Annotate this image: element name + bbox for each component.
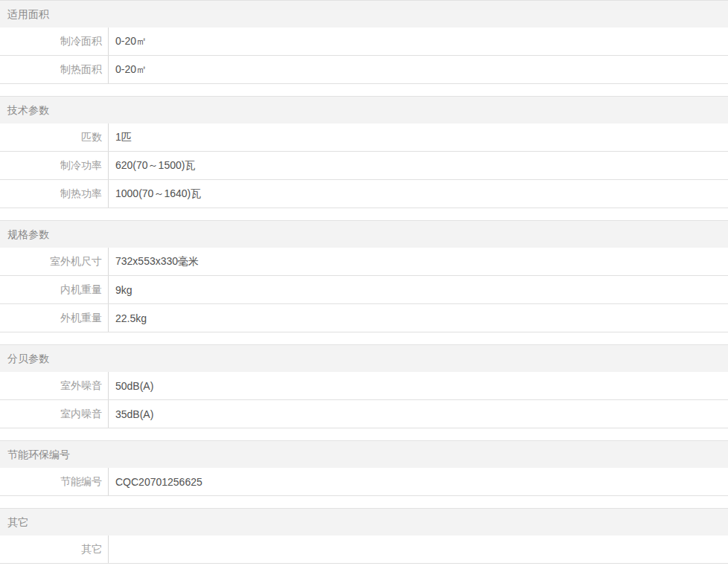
spec-row: 室内噪音 35dB(A) bbox=[0, 400, 728, 428]
spec-label: 匹数 bbox=[0, 123, 109, 151]
section-title: 适用面积 bbox=[7, 8, 49, 20]
section-title: 其它 bbox=[7, 516, 28, 528]
spec-value: 1匹 bbox=[109, 123, 132, 151]
section-header: 技术参数 bbox=[0, 96, 728, 123]
section-header: 其它 bbox=[0, 508, 728, 536]
section-decibel-params: 分贝参数 室外噪音 50dB(A) 室内噪音 35dB(A) bbox=[0, 344, 728, 428]
spec-label: 外机重量 bbox=[0, 304, 109, 332]
spec-value: 22.5kg bbox=[109, 304, 147, 332]
section-header: 适用面积 bbox=[0, 0, 728, 28]
spec-value: 35dB(A) bbox=[109, 400, 153, 428]
spec-label: 其它 bbox=[0, 536, 109, 563]
spec-label: 制热功率 bbox=[0, 180, 109, 208]
section-title: 节能环保编号 bbox=[7, 448, 70, 460]
spec-row: 制热面积 0-20㎡ bbox=[0, 56, 728, 84]
spec-value: 50dB(A) bbox=[109, 372, 153, 399]
spec-label: 室内噪音 bbox=[0, 400, 109, 428]
spec-label: 节能编号 bbox=[0, 468, 109, 495]
section-energy-cert: 节能环保编号 节能编号 CQC20701256625 bbox=[0, 440, 728, 496]
spec-label: 内机重量 bbox=[0, 276, 109, 303]
spec-row: 匹数 1匹 bbox=[0, 123, 728, 152]
spec-value: 1000(70～1640)瓦 bbox=[109, 180, 201, 208]
spec-value: 9kg bbox=[109, 276, 132, 303]
spec-label: 制冷面积 bbox=[0, 28, 109, 55]
spec-row: 室外机尺寸 732x553x330毫米 bbox=[0, 248, 728, 276]
spec-row: 其它 bbox=[0, 536, 728, 564]
section-title: 规格参数 bbox=[7, 228, 49, 240]
spec-row: 制冷功率 620(70～1500)瓦 bbox=[0, 152, 728, 180]
section-title: 技术参数 bbox=[7, 104, 49, 116]
spec-table: 适用面积 制冷面积 0-20㎡ 制热面积 0-20㎡ 技术参数 匹数 1匹 制冷… bbox=[0, 0, 728, 564]
spec-row: 内机重量 9kg bbox=[0, 276, 728, 304]
spec-label: 室外噪音 bbox=[0, 372, 109, 399]
spec-value: 0-20㎡ bbox=[109, 28, 147, 55]
spec-value: 732x553x330毫米 bbox=[109, 248, 199, 275]
section-header: 分贝参数 bbox=[0, 344, 728, 372]
spec-value: 620(70～1500)瓦 bbox=[109, 152, 195, 179]
section-header: 节能环保编号 bbox=[0, 440, 728, 468]
section-spec-params: 规格参数 室外机尺寸 732x553x330毫米 内机重量 9kg 外机重量 2… bbox=[0, 220, 728, 332]
spec-label: 室外机尺寸 bbox=[0, 248, 109, 275]
spec-row: 室外噪音 50dB(A) bbox=[0, 372, 728, 400]
section-other: 其它 其它 bbox=[0, 508, 728, 564]
spec-row: 制冷面积 0-20㎡ bbox=[0, 28, 728, 56]
spec-label: 制热面积 bbox=[0, 56, 109, 83]
spec-row: 外机重量 22.5kg bbox=[0, 304, 728, 332]
spec-value: 0-20㎡ bbox=[109, 56, 147, 83]
spec-value: CQC20701256625 bbox=[109, 468, 202, 495]
section-technical-params: 技术参数 匹数 1匹 制冷功率 620(70～1500)瓦 制热功率 1000(… bbox=[0, 96, 728, 208]
section-applicable-area: 适用面积 制冷面积 0-20㎡ 制热面积 0-20㎡ bbox=[0, 0, 728, 84]
spec-label: 制冷功率 bbox=[0, 152, 109, 179]
section-header: 规格参数 bbox=[0, 220, 728, 248]
spec-row: 制热功率 1000(70～1640)瓦 bbox=[0, 180, 728, 208]
section-title: 分贝参数 bbox=[7, 353, 49, 364]
spec-row: 节能编号 CQC20701256625 bbox=[0, 468, 728, 496]
spec-value bbox=[109, 536, 115, 563]
